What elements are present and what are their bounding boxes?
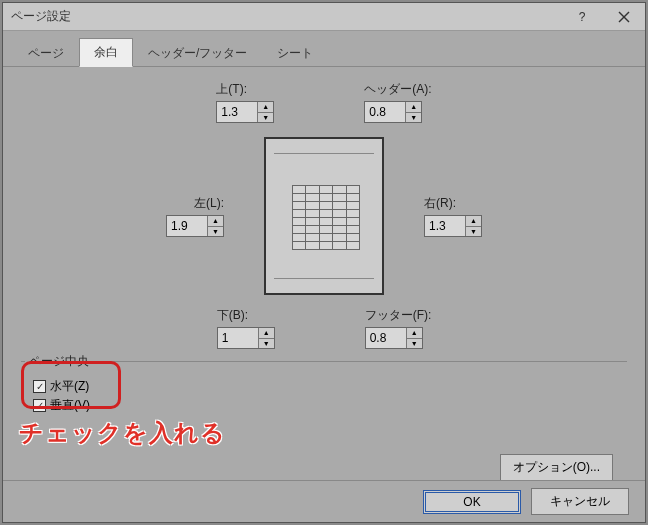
tab-sheet[interactable]: シート — [262, 39, 328, 67]
center-legend: ページ中央 — [25, 353, 93, 370]
margin-left-spinner[interactable]: ▲▼ — [166, 215, 224, 237]
margin-right-input[interactable] — [425, 216, 465, 236]
margin-bottom-field: 下(B): ▲▼ — [217, 307, 275, 349]
spinner-up-icon[interactable]: ▲ — [208, 216, 223, 227]
page-preview — [264, 137, 384, 295]
margin-footer-spinner[interactable]: ▲▼ — [365, 327, 423, 349]
tab-page[interactable]: ページ — [13, 39, 79, 67]
margin-bottom-input[interactable] — [218, 328, 258, 348]
margin-top-spinner[interactable]: ▲▼ — [216, 101, 274, 123]
cancel-button[interactable]: キャンセル — [531, 488, 629, 515]
close-button[interactable] — [603, 3, 645, 31]
dialog-title: ページ設定 — [3, 8, 71, 25]
spinner-up-icon[interactable]: ▲ — [258, 102, 273, 113]
margin-footer-input[interactable] — [366, 328, 406, 348]
margin-bottom-label: 下(B): — [217, 307, 248, 324]
margin-right-spinner[interactable]: ▲▼ — [424, 215, 482, 237]
dialog-footer: OK キャンセル — [3, 480, 645, 522]
margin-top-input[interactable] — [217, 102, 257, 122]
tab-bar: ページ 余白 ヘッダー/フッター シート — [3, 31, 645, 67]
tab-margins[interactable]: 余白 — [79, 38, 133, 67]
page-setup-dialog: ページ設定 ? ページ 余白 ヘッダー/フッター シート 上(T): ▲▼ ヘッ… — [2, 2, 646, 523]
titlebar: ページ設定 ? — [3, 3, 645, 31]
margin-footer-label: フッター(F): — [365, 307, 432, 324]
margin-top-field: 上(T): ▲▼ — [216, 81, 274, 123]
spinner-down-icon[interactable]: ▼ — [259, 339, 274, 349]
center-vertical-label: 垂直(V) — [50, 397, 90, 414]
preview-grid-icon — [292, 185, 360, 251]
spinner-up-icon[interactable]: ▲ — [406, 102, 421, 113]
margin-header-input[interactable] — [365, 102, 405, 122]
annotation-text: チェックを入れる — [19, 417, 226, 449]
margin-footer-field: フッター(F): ▲▼ — [365, 307, 432, 349]
margin-top-label: 上(T): — [216, 81, 247, 98]
margin-left-label: 左(L): — [194, 195, 224, 212]
center-horizontal-checkbox[interactable]: ✓ 水平(Z) — [33, 378, 619, 395]
margin-left-field: 左(L): ▲▼ — [166, 195, 224, 237]
tab-headerfooter[interactable]: ヘッダー/フッター — [133, 39, 262, 67]
center-fieldset: ページ中央 ✓ 水平(Z) ✓ 垂直(V) — [21, 361, 627, 420]
ok-button[interactable]: OK — [423, 490, 521, 514]
margin-right-label: 右(R): — [424, 195, 456, 212]
margin-left-input[interactable] — [167, 216, 207, 236]
checkbox-checked-icon: ✓ — [33, 380, 46, 393]
checkbox-checked-icon: ✓ — [33, 399, 46, 412]
help-button[interactable]: ? — [561, 3, 603, 31]
spinner-down-icon[interactable]: ▼ — [406, 113, 421, 123]
close-icon — [618, 11, 630, 23]
margin-header-label: ヘッダー(A): — [364, 81, 431, 98]
margin-right-field: 右(R): ▲▼ — [424, 195, 482, 237]
margin-header-spinner[interactable]: ▲▼ — [364, 101, 422, 123]
spinner-down-icon[interactable]: ▼ — [407, 339, 422, 349]
margin-header-field: ヘッダー(A): ▲▼ — [364, 81, 431, 123]
options-button[interactable]: オプション(O)... — [500, 454, 613, 481]
center-horizontal-label: 水平(Z) — [50, 378, 89, 395]
center-vertical-checkbox[interactable]: ✓ 垂直(V) — [33, 397, 619, 414]
spinner-up-icon[interactable]: ▲ — [466, 216, 481, 227]
spinner-down-icon[interactable]: ▼ — [208, 227, 223, 237]
margin-bottom-spinner[interactable]: ▲▼ — [217, 327, 275, 349]
spinner-up-icon[interactable]: ▲ — [407, 328, 422, 339]
spinner-up-icon[interactable]: ▲ — [259, 328, 274, 339]
spinner-down-icon[interactable]: ▼ — [466, 227, 481, 237]
spinner-down-icon[interactable]: ▼ — [258, 113, 273, 123]
